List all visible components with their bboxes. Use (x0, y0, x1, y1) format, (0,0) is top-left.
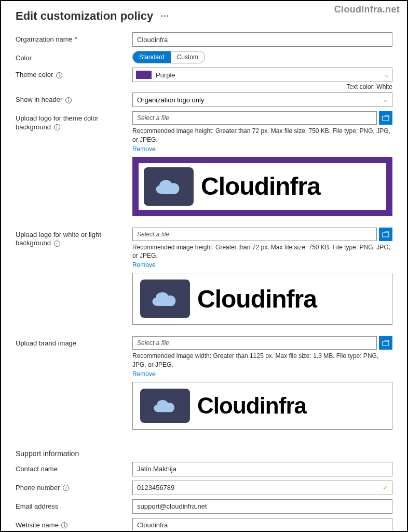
theme-remove-link[interactable]: Remove (132, 145, 392, 153)
logo-icon (140, 389, 190, 423)
brand-name: Cloudinfra (197, 393, 306, 419)
color-custom-option[interactable]: Custom (171, 51, 205, 63)
light-logo-preview: Cloudinfra (132, 273, 392, 325)
show-in-header-label: Show in header i (16, 92, 132, 104)
chevron-down-icon: ⌵ (384, 97, 388, 103)
theme-logo-preview: Cloudinfra (132, 157, 392, 216)
logo-icon (144, 167, 194, 206)
color-swatch (136, 71, 152, 79)
show-in-header-select[interactable]: Organization logo only ⌵ (132, 92, 392, 107)
theme-file-input[interactable]: Select a file (132, 111, 377, 125)
light-file-input[interactable]: Select a file (132, 228, 377, 241)
info-icon[interactable]: i (54, 241, 60, 247)
contact-name-input[interactable] (132, 462, 392, 476)
upload-theme-label: Upload logo for theme color background i (16, 111, 132, 132)
theme-color-select[interactable]: Purple ⌵ (132, 68, 392, 82)
upload-light-label: Upload logo for white or light backgroun… (16, 228, 132, 248)
browse-button[interactable] (379, 111, 392, 125)
more-icon[interactable]: ··· (160, 11, 169, 21)
show-in-header-value: Organization logo only (137, 96, 204, 104)
upload-brand-label: Upload brand image (16, 336, 132, 348)
phone-input[interactable] (132, 481, 392, 495)
org-name-label: Organization name * (16, 32, 132, 44)
brand-image-preview: Cloudinfra (132, 382, 392, 430)
info-icon[interactable]: i (63, 485, 69, 491)
email-input[interactable] (132, 499, 392, 514)
light-remove-link[interactable]: Remove (132, 261, 392, 269)
brand-name: Cloudinfra (201, 172, 320, 201)
support-info-heading: Support information (16, 449, 392, 458)
email-label: Email address (16, 499, 132, 511)
folder-icon (382, 115, 389, 121)
theme-color-value: Purple (156, 71, 175, 79)
text-color-note: Text color: White (132, 83, 392, 90)
contact-name-label: Contact name (16, 462, 132, 474)
website-input[interactable] (132, 518, 392, 532)
browse-button[interactable] (379, 228, 392, 241)
light-hint: Recommended image height: Greater than 7… (132, 243, 392, 261)
brand-remove-link[interactable]: Remove (132, 370, 392, 378)
info-icon[interactable]: i (65, 97, 72, 103)
info-icon[interactable]: i (54, 124, 60, 130)
color-toggle: Standard Custom (132, 51, 205, 63)
logo-icon (140, 280, 190, 318)
info-icon[interactable]: i (61, 522, 67, 528)
info-icon[interactable]: i (56, 72, 62, 78)
brand-hint: Recommended image width: Greater than 11… (132, 352, 392, 369)
checkmark-icon: ✓ (383, 484, 388, 491)
page-title-text: Edit customization policy (16, 9, 153, 23)
folder-icon (382, 340, 389, 346)
website-label: Website name i (16, 518, 132, 530)
chevron-down-icon: ⌵ (385, 72, 389, 78)
phone-label: Phone number i (16, 481, 132, 493)
theme-hint: Recommended image height: Greater than 7… (132, 127, 392, 144)
brand-name: Cloudinfra (197, 285, 317, 313)
color-label: Color (16, 51, 132, 63)
theme-color-label: Theme color i (16, 68, 132, 79)
color-standard-option[interactable]: Standard (133, 51, 171, 63)
browse-button[interactable] (379, 336, 392, 350)
folder-icon (382, 231, 389, 237)
watermark: Cloudinfra.net (334, 4, 400, 15)
brand-file-input[interactable]: Select a file (132, 336, 377, 350)
org-name-input[interactable] (132, 32, 392, 47)
